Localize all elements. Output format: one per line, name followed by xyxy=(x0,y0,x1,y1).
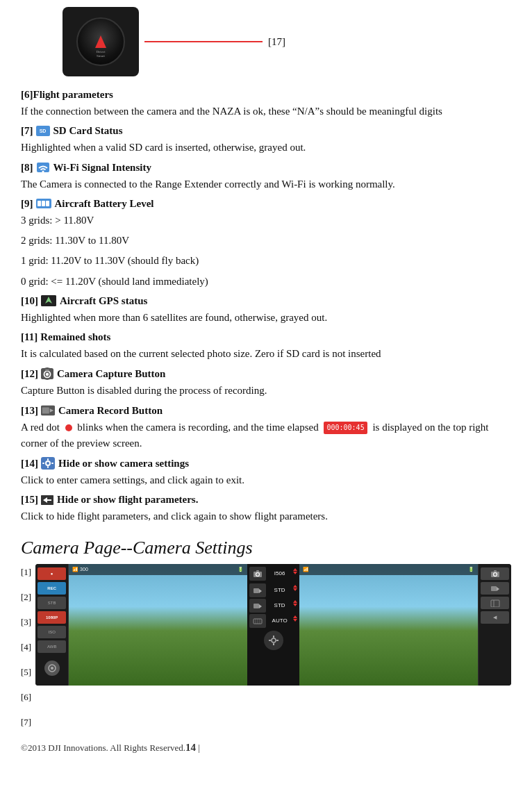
section-12-body: Capture Button is disabled during the pr… xyxy=(21,383,511,399)
cam-setting-arrows-2 xyxy=(293,585,297,596)
cam-gear-button[interactable] xyxy=(249,631,297,650)
top-image-section: Detect Smart [17] xyxy=(63,7,511,76)
section-12-heading: [12] Camera Capture Button xyxy=(21,367,511,380)
cam-settings-item-2: STD xyxy=(249,583,297,597)
svg-rect-36 xyxy=(276,640,279,641)
cam-num-5: [5] xyxy=(21,667,31,678)
cam-wifi-2: 📶 xyxy=(303,567,309,572)
cam-left-item-6: AWB xyxy=(38,640,66,653)
svg-rect-7 xyxy=(45,370,49,372)
sd-card-icon: SD xyxy=(36,126,50,136)
footer-copyright: ©2013 DJI Innovations. All Rights Reserv… xyxy=(21,742,185,753)
cam-setting-arrows-4 xyxy=(293,615,297,626)
gps-icon xyxy=(41,295,56,306)
svg-marker-41 xyxy=(497,587,499,591)
section-13: [13] Camera Record Button A red dot blin… xyxy=(21,405,511,452)
section-11-body: It is calculated based on the current se… xyxy=(21,346,511,362)
svg-rect-34 xyxy=(273,643,274,645)
annotation-arrow: [17] xyxy=(144,36,511,48)
svg-rect-15 xyxy=(42,463,44,464)
section-6: [6]Flight parameters If the connection b… xyxy=(21,89,511,119)
section-15-title: Hide or show flight parameters. xyxy=(57,494,198,506)
section-8-heading: [8] Wi-Fi Signal Intensity xyxy=(21,162,511,174)
section-8-body: The Camera is connected to the Range Ext… xyxy=(21,176,511,192)
cam-setting-arrows-3 xyxy=(293,600,297,611)
svg-rect-42 xyxy=(491,600,499,607)
section-14: [14] Hide or show camera settings Click … xyxy=(21,457,511,488)
cam-settings-item-4: AUTO xyxy=(249,614,297,628)
section-14-num: [14] xyxy=(21,458,38,470)
camera-page-screenshot-section: [1] [2] [3] [4] [5] [6] [7] ● REC STB 10… xyxy=(21,564,511,728)
camera-capture-icon xyxy=(41,367,53,380)
cam-num-3: [3] xyxy=(21,617,31,628)
svg-rect-9 xyxy=(42,407,49,413)
section-13-title: Camera Record Button xyxy=(58,405,163,417)
svg-rect-35 xyxy=(269,640,271,641)
cam-left-item-1: ● xyxy=(38,567,66,580)
section-9-line3: 1 grid: 11.20V to 11.30V (should fly bac… xyxy=(21,253,511,269)
svg-point-20 xyxy=(51,667,53,670)
section-9: [9] Aircraft Battery Level 3 grids: > 11… xyxy=(21,198,511,290)
svg-rect-13 xyxy=(47,458,49,460)
cam-settings-item-1: I506 xyxy=(249,567,297,581)
cam-setting-val-2: STD xyxy=(274,587,285,593)
section-10-num: [10] xyxy=(21,295,38,307)
numbered-labels: [1] [2] [3] [4] [5] [6] [7] xyxy=(21,564,31,728)
section-10-body: Highlighted when more than 6 satellites … xyxy=(21,310,511,326)
svg-rect-24 xyxy=(253,588,259,593)
section-8: [8] Wi-Fi Signal Intensity The Camera is… xyxy=(21,162,511,192)
section-11-num: [11] xyxy=(21,331,38,343)
section-14-title: Hide or show camera settings xyxy=(58,458,189,470)
footer: ©2013 DJI Innovations. All Rights Reserv… xyxy=(21,742,511,754)
section-6-body: If the connection between the camera and… xyxy=(21,103,511,119)
footer-page-num: 14 xyxy=(185,742,196,753)
section-13-heading: [13] Camera Record Button xyxy=(21,405,511,417)
record-text-1: A red dot xyxy=(21,422,60,433)
cam-left-panel: ● REC STB 1080P ISO AWB xyxy=(35,564,69,686)
section-8-title: Wi-Fi Signal Intensity xyxy=(53,162,151,174)
camera-screenshot: ● REC STB 1080P ISO AWB 📶 300 🔋 xyxy=(35,564,511,686)
battery-icon xyxy=(36,199,51,208)
section-14-heading: [14] Hide or show camera settings xyxy=(21,457,511,470)
cam-left-item-4: 1080P xyxy=(38,611,66,624)
cam-num-6: [6] xyxy=(21,692,31,703)
section-11-heading: [11]Remained shots xyxy=(21,331,511,343)
section-9-line1: 3 grids: > 11.80V xyxy=(21,213,511,229)
section-13-num: [13] xyxy=(21,405,38,417)
section-15-body: Click to hide flight parameters, and cli… xyxy=(21,508,511,524)
section-7-num: [7] xyxy=(21,125,33,137)
section-12-num: [12] xyxy=(21,368,38,380)
cam-right-item-4: ◀ xyxy=(481,611,509,624)
section-6-heading: [6]Flight parameters xyxy=(21,89,511,101)
section-8-num: [8] xyxy=(21,162,33,174)
cam-setting-val-4: AUTO xyxy=(272,617,288,624)
cam-setting-val-1: I506 xyxy=(274,570,285,576)
cam-right-panel: ◀ xyxy=(478,564,511,686)
section-14-body: Click to enter camera settings, and clic… xyxy=(21,472,511,488)
cam-top-bar-2: 📶 🔋 xyxy=(299,564,478,575)
cam-left-item-2: REC xyxy=(38,582,66,595)
cam-top-bar: 📶 300 🔋 xyxy=(69,564,247,575)
section-7-title: SD Card Status xyxy=(53,125,123,137)
section-13-body: A red dot blinks when the camera is reco… xyxy=(21,420,511,452)
svg-rect-14 xyxy=(47,466,49,468)
cam-left-item-3: STB xyxy=(38,597,66,609)
cam-settings-item-3: STD xyxy=(249,599,297,613)
section-10-heading: [10] Aircraft GPS status xyxy=(21,295,511,307)
section-15: [15] Hide or show flight parameters. Cli… xyxy=(21,494,511,524)
settings-gear-icon xyxy=(41,457,55,470)
cam-left-item-5: ISO xyxy=(38,626,66,638)
cam-num-4: [4] xyxy=(21,642,31,653)
section-12-title: Camera Capture Button xyxy=(57,368,165,380)
cam-setting-arrows xyxy=(293,568,297,579)
cam-num-1: [1] xyxy=(21,567,31,578)
wifi-icon xyxy=(36,162,50,173)
cam-right-item-1 xyxy=(481,567,509,580)
record-button-icon xyxy=(41,406,55,415)
cam-wifi-status: 📶 300 xyxy=(72,567,88,572)
svg-point-6 xyxy=(46,373,49,376)
section-15-heading: [15] Hide or show flight parameters. xyxy=(21,494,511,506)
svg-rect-40 xyxy=(491,586,497,591)
svg-rect-16 xyxy=(51,463,53,464)
cam-right-item-2 xyxy=(481,582,509,595)
